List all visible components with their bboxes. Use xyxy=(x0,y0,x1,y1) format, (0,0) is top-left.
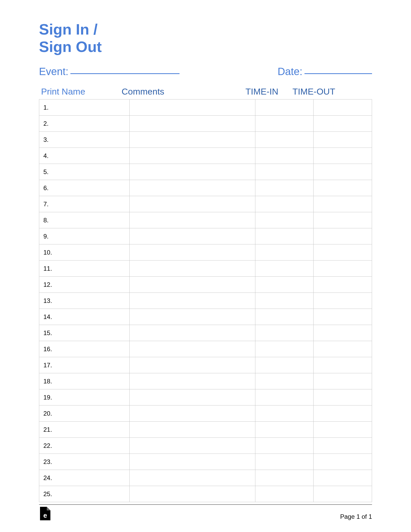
comments-cell[interactable] xyxy=(130,325,255,341)
time-in-cell[interactable] xyxy=(255,389,314,405)
comments-cell[interactable] xyxy=(130,244,255,261)
time-in-cell[interactable] xyxy=(255,438,314,454)
row-number-cell[interactable]: 21. xyxy=(39,422,130,438)
time-out-cell[interactable] xyxy=(314,422,372,438)
comments-cell[interactable] xyxy=(130,293,255,309)
row-number-cell[interactable]: 25. xyxy=(39,486,130,502)
comments-cell[interactable] xyxy=(130,470,255,486)
time-out-cell[interactable] xyxy=(314,389,372,405)
time-out-cell[interactable] xyxy=(314,309,372,325)
row-number-cell[interactable]: 18. xyxy=(39,373,130,389)
time-in-cell[interactable] xyxy=(255,486,314,502)
row-number-cell[interactable]: 3. xyxy=(39,132,130,148)
comments-cell[interactable] xyxy=(130,486,255,502)
time-out-cell[interactable] xyxy=(314,486,372,502)
time-in-cell[interactable] xyxy=(255,244,314,261)
time-out-cell[interactable] xyxy=(314,164,372,180)
time-out-cell[interactable] xyxy=(314,196,372,212)
time-in-cell[interactable] xyxy=(255,212,314,228)
time-in-cell[interactable] xyxy=(255,277,314,293)
comments-cell[interactable] xyxy=(130,373,255,389)
row-number-cell[interactable]: 17. xyxy=(39,357,130,373)
time-out-cell[interactable] xyxy=(314,244,372,261)
comments-cell[interactable] xyxy=(130,389,255,405)
time-out-cell[interactable] xyxy=(314,293,372,309)
row-number-cell[interactable]: 7. xyxy=(39,196,130,212)
time-in-cell[interactable] xyxy=(255,99,314,116)
time-out-cell[interactable] xyxy=(314,357,372,373)
comments-cell[interactable] xyxy=(130,261,255,277)
time-out-cell[interactable] xyxy=(314,180,372,196)
comments-cell[interactable] xyxy=(130,309,255,325)
time-in-cell[interactable] xyxy=(255,164,314,180)
time-in-cell[interactable] xyxy=(255,454,314,470)
row-number-cell[interactable]: 1. xyxy=(39,99,130,116)
comments-cell[interactable] xyxy=(130,212,255,228)
time-in-cell[interactable] xyxy=(255,325,314,341)
comments-cell[interactable] xyxy=(130,164,255,180)
row-number-cell[interactable]: 2. xyxy=(39,116,130,132)
row-number-cell[interactable]: 16. xyxy=(39,341,130,357)
row-number-cell[interactable]: 10. xyxy=(39,244,130,261)
time-out-cell[interactable] xyxy=(314,261,372,277)
time-out-cell[interactable] xyxy=(314,277,372,293)
time-in-cell[interactable] xyxy=(255,341,314,357)
row-number-cell[interactable]: 15. xyxy=(39,325,130,341)
comments-cell[interactable] xyxy=(130,277,255,293)
row-number-cell[interactable]: 9. xyxy=(39,228,130,244)
comments-cell[interactable] xyxy=(130,116,255,132)
comments-cell[interactable] xyxy=(130,99,255,116)
time-in-cell[interactable] xyxy=(255,132,314,148)
row-number-cell[interactable]: 8. xyxy=(39,212,130,228)
comments-cell[interactable] xyxy=(130,196,255,212)
date-blank-line[interactable] xyxy=(304,73,372,74)
comments-cell[interactable] xyxy=(130,341,255,357)
row-number-cell[interactable]: 22. xyxy=(39,438,130,454)
time-out-cell[interactable] xyxy=(314,325,372,341)
row-number-cell[interactable]: 23. xyxy=(39,454,130,470)
time-out-cell[interactable] xyxy=(314,116,372,132)
row-number-cell[interactable]: 5. xyxy=(39,164,130,180)
row-number-cell[interactable]: 24. xyxy=(39,470,130,486)
comments-cell[interactable] xyxy=(130,132,255,148)
comments-cell[interactable] xyxy=(130,454,255,470)
time-in-cell[interactable] xyxy=(255,470,314,486)
time-out-cell[interactable] xyxy=(314,132,372,148)
time-in-cell[interactable] xyxy=(255,148,314,164)
time-out-cell[interactable] xyxy=(314,212,372,228)
time-out-cell[interactable] xyxy=(314,438,372,454)
comments-cell[interactable] xyxy=(130,422,255,438)
time-in-cell[interactable] xyxy=(255,180,314,196)
time-out-cell[interactable] xyxy=(314,470,372,486)
time-in-cell[interactable] xyxy=(255,422,314,438)
comments-cell[interactable] xyxy=(130,438,255,454)
time-in-cell[interactable] xyxy=(255,196,314,212)
time-out-cell[interactable] xyxy=(314,228,372,244)
row-number-cell[interactable]: 20. xyxy=(39,405,130,422)
comments-cell[interactable] xyxy=(130,228,255,244)
event-blank-line[interactable] xyxy=(70,73,180,74)
time-out-cell[interactable] xyxy=(314,454,372,470)
time-in-cell[interactable] xyxy=(255,309,314,325)
row-number-cell[interactable]: 14. xyxy=(39,309,130,325)
time-in-cell[interactable] xyxy=(255,228,314,244)
row-number-cell[interactable]: 4. xyxy=(39,148,130,164)
time-out-cell[interactable] xyxy=(314,373,372,389)
comments-cell[interactable] xyxy=(130,405,255,422)
time-out-cell[interactable] xyxy=(314,99,372,116)
row-number-cell[interactable]: 11. xyxy=(39,261,130,277)
time-in-cell[interactable] xyxy=(255,261,314,277)
time-in-cell[interactable] xyxy=(255,357,314,373)
time-in-cell[interactable] xyxy=(255,405,314,422)
comments-cell[interactable] xyxy=(130,148,255,164)
time-out-cell[interactable] xyxy=(314,405,372,422)
comments-cell[interactable] xyxy=(130,357,255,373)
row-number-cell[interactable]: 19. xyxy=(39,389,130,405)
row-number-cell[interactable]: 12. xyxy=(39,277,130,293)
time-out-cell[interactable] xyxy=(314,341,372,357)
time-in-cell[interactable] xyxy=(255,293,314,309)
time-in-cell[interactable] xyxy=(255,373,314,389)
time-out-cell[interactable] xyxy=(314,148,372,164)
row-number-cell[interactable]: 13. xyxy=(39,293,130,309)
row-number-cell[interactable]: 6. xyxy=(39,180,130,196)
